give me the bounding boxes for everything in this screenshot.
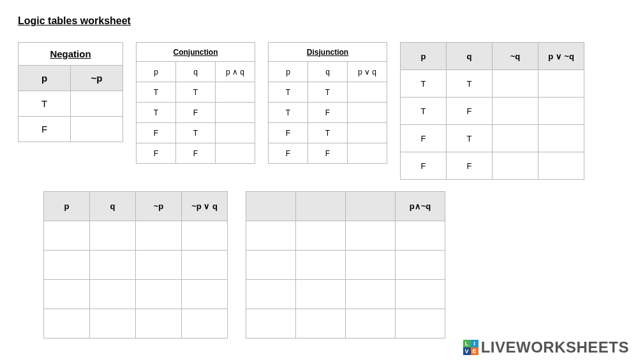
conjunction-cell[interactable]	[216, 82, 255, 103]
negation-cell[interactable]: F	[19, 117, 71, 142]
conjunction-cell[interactable]	[216, 143, 255, 164]
expr1-cell[interactable]	[493, 125, 538, 152]
expr3-cell[interactable]	[296, 280, 346, 309]
expr1-header: ~q	[493, 43, 538, 70]
expr3-header[interactable]	[296, 192, 346, 221]
expr1-cell[interactable]	[538, 98, 584, 125]
negation-cell[interactable]	[71, 91, 123, 117]
negation-cell[interactable]: T	[19, 91, 71, 117]
expr2-cell[interactable]	[90, 251, 136, 280]
expr2-cell[interactable]	[90, 280, 136, 309]
liveworksheets-badge-icon: L I V E	[463, 340, 478, 355]
expr2-cell[interactable]	[182, 309, 228, 339]
expr3-cell[interactable]	[396, 309, 445, 339]
expr3-header[interactable]	[346, 192, 396, 221]
expr1-cell[interactable]: T	[447, 70, 493, 98]
conjunction-cell[interactable]	[216, 123, 255, 143]
expr3-cell[interactable]	[346, 251, 396, 280]
conjunction-cell[interactable]: T	[176, 82, 216, 103]
expr3-cell[interactable]	[296, 309, 346, 339]
expr2-cell[interactable]	[182, 280, 228, 309]
disjunction-cell[interactable]: F	[308, 143, 348, 164]
expr3-cell[interactable]	[246, 309, 296, 339]
disjunction-cell[interactable]: T	[269, 82, 308, 103]
expr1-cell[interactable]	[493, 70, 538, 98]
disjunction-cell[interactable]	[348, 82, 387, 103]
expr2-cell[interactable]	[136, 309, 182, 339]
expr1-cell[interactable]: T	[447, 125, 493, 152]
negation-header-p: p	[19, 66, 71, 91]
badge-letter: L	[463, 340, 471, 347]
expr2-cell[interactable]	[136, 221, 182, 251]
expr1-cell[interactable]: F	[447, 152, 493, 180]
disjunction-header: p ∨ q	[348, 62, 387, 82]
disjunction-cell[interactable]	[348, 103, 387, 123]
conjunction-cell[interactable]: T	[137, 82, 176, 103]
expr2-cell[interactable]	[182, 251, 228, 280]
expr3-header[interactable]	[246, 192, 296, 221]
expr1-cell[interactable]: T	[401, 70, 447, 98]
disjunction-cell[interactable]	[348, 123, 387, 143]
badge-letter: I	[471, 340, 478, 347]
conjunction-cell[interactable]	[216, 103, 255, 123]
expr1-table: p q ~q p ∨ ~q T T T F F T F F	[400, 42, 584, 180]
expr2-cell[interactable]	[136, 251, 182, 280]
negation-table: Negation p ~p T F	[18, 42, 123, 142]
expr2-header: ~p ∨ q	[182, 192, 228, 221]
disjunction-cell[interactable]: F	[269, 143, 308, 164]
expr1-cell[interactable]: F	[447, 98, 493, 125]
expr2-cell[interactable]	[44, 309, 90, 339]
expr1-cell[interactable]	[538, 152, 584, 180]
expr3-cell[interactable]	[396, 221, 445, 251]
expr3-cell[interactable]	[346, 309, 396, 339]
conjunction-cell[interactable]: T	[137, 103, 176, 123]
expr2-cell[interactable]	[182, 221, 228, 251]
disjunction-cell[interactable]: T	[269, 103, 308, 123]
disjunction-cell[interactable]: T	[308, 123, 348, 143]
conjunction-title: Conjunction	[137, 43, 255, 62]
expr1-cell[interactable]: F	[401, 125, 447, 152]
expr2-header: ~p	[136, 192, 182, 221]
expr1-cell[interactable]	[538, 70, 584, 98]
negation-cell[interactable]	[71, 117, 123, 142]
conjunction-cell[interactable]: F	[176, 143, 216, 164]
expr3-cell[interactable]	[346, 221, 396, 251]
expr3-cell[interactable]	[296, 251, 346, 280]
expr3-cell[interactable]	[246, 251, 296, 280]
expr1-cell[interactable]: F	[401, 152, 447, 180]
disjunction-cell[interactable]: T	[308, 82, 348, 103]
expr1-header: p ∨ ~q	[538, 43, 584, 70]
expr3-cell[interactable]	[246, 280, 296, 309]
disjunction-cell[interactable]	[348, 143, 387, 164]
disjunction-cell[interactable]: F	[308, 103, 348, 123]
tables-row-1: Negation p ~p T F Conjunction p q p ∧ q …	[18, 42, 620, 180]
conjunction-header: q	[176, 62, 216, 82]
expr2-cell[interactable]	[90, 309, 136, 339]
expr1-cell[interactable]	[538, 125, 584, 152]
expr3-cell[interactable]	[346, 280, 396, 309]
watermark-text: LIVEWORKSHEETS	[481, 339, 629, 356]
expr3-cell[interactable]	[296, 221, 346, 251]
expr2-header: p	[44, 192, 90, 221]
conjunction-cell[interactable]: F	[137, 123, 176, 143]
expr1-cell[interactable]	[493, 98, 538, 125]
expr3-table: p∧~q	[246, 191, 445, 339]
conjunction-table: Conjunction p q p ∧ q T T T F F T F F	[136, 42, 255, 164]
disjunction-header: p	[269, 62, 308, 82]
expr1-cell[interactable]: T	[401, 98, 447, 125]
expr2-cell[interactable]	[44, 221, 90, 251]
badge-letter: V	[463, 347, 471, 355]
expr2-cell[interactable]	[90, 221, 136, 251]
expr2-cell[interactable]	[44, 251, 90, 280]
tables-row-2: p q ~p ~p ∨ q	[43, 191, 620, 339]
disjunction-cell[interactable]: F	[269, 123, 308, 143]
expr3-cell[interactable]	[396, 251, 445, 280]
expr2-cell[interactable]	[136, 280, 182, 309]
conjunction-cell[interactable]: F	[137, 143, 176, 164]
expr3-cell[interactable]	[246, 221, 296, 251]
conjunction-cell[interactable]: T	[176, 123, 216, 143]
expr3-cell[interactable]	[396, 280, 445, 309]
expr1-cell[interactable]	[493, 152, 538, 180]
conjunction-cell[interactable]: F	[176, 103, 216, 123]
expr2-cell[interactable]	[44, 280, 90, 309]
